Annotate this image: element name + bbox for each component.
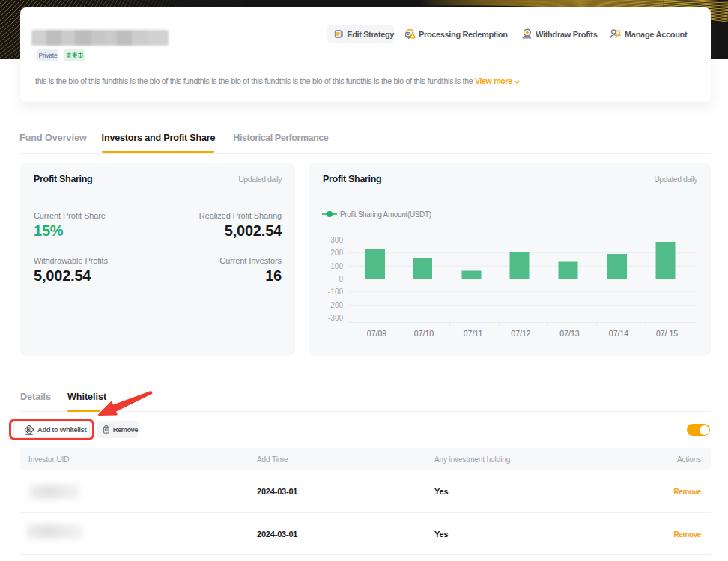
svg-text:07/10: 07/10 [414, 329, 434, 338]
svg-text:Profit Sharing Amount(USDT): Profit Sharing Amount(USDT) [340, 210, 431, 219]
svg-text:200: 200 [330, 249, 343, 257]
svg-text:100: 100 [330, 262, 343, 270]
svg-text:07/ 15: 07/ 15 [656, 329, 678, 338]
svg-text:300: 300 [330, 236, 343, 244]
svg-text:-100: -100 [328, 288, 343, 296]
svg-text:07/14: 07/14 [609, 329, 628, 338]
svg-text:-200: -200 [328, 301, 343, 309]
svg-text:07/11: 07/11 [464, 329, 483, 338]
svg-text:0: 0 [339, 275, 343, 283]
svg-text:07/12: 07/12 [511, 329, 530, 338]
svg-text:-300: -300 [328, 314, 343, 322]
svg-text:07/09: 07/09 [367, 329, 386, 338]
svg-text:07/13: 07/13 [559, 329, 579, 338]
